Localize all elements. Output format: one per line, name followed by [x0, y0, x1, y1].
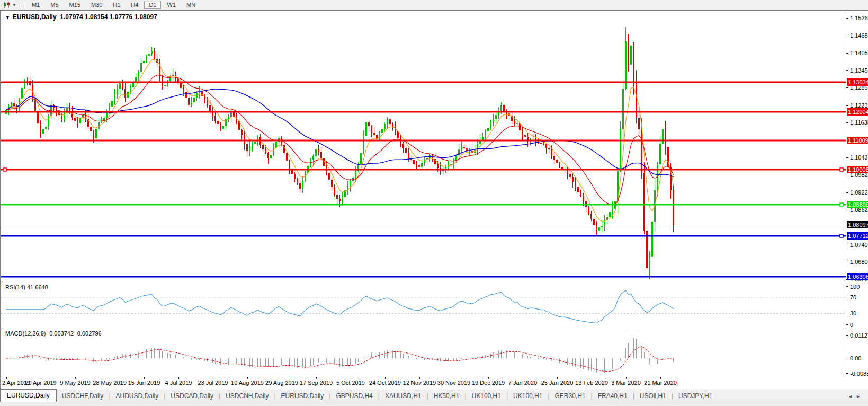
level-price-chip[interactable]: 1.13034: [847, 78, 868, 86]
tab-usdcad-daily[interactable]: USDCAD,Daily: [165, 391, 219, 402]
macd-pane[interactable]: MACD(12,26,9) -0.003742 -0.002796: [1, 329, 846, 376]
tab-scroll-arrows[interactable]: ◄►: [848, 394, 864, 402]
level-handle-icon[interactable]: [3, 168, 6, 171]
price-tick-mark: [846, 105, 848, 106]
date-tick-mark: [557, 377, 558, 379]
tab-usdchf-daily[interactable]: USDCHF,Daily: [57, 391, 109, 402]
rsi-tick-label: 0: [850, 322, 853, 328]
tab-uk100-h1[interactable]: UK100,H1: [467, 391, 506, 402]
date-tick-mark: [144, 377, 145, 379]
level-price-chip[interactable]: 1.08800: [847, 201, 868, 208]
date-label: 17 Sep 2019: [300, 379, 333, 386]
tab-eurusd-daily[interactable]: EURUSD,Daily: [276, 391, 329, 402]
chart-title-ohlc: 1.07974 1.08154 1.07776 1.08097: [60, 13, 157, 21]
candlestick-chart-icon[interactable]: [2, 1, 12, 9]
tab-ger30-h1[interactable]: GER30,H1: [550, 391, 591, 402]
date-label: 25 Jan 2020: [541, 379, 574, 386]
chart-type-dropdown-caret-icon[interactable]: ▼: [12, 3, 16, 7]
date-tick-mark: [178, 377, 179, 379]
tab-scroll-right-icon[interactable]: ►: [856, 394, 864, 399]
tab-hk50-h1[interactable]: HK50,H1: [428, 391, 465, 402]
tab-audusd-daily[interactable]: AUDUSD,Daily: [111, 391, 164, 402]
timeframe-button-w1[interactable]: W1: [162, 1, 181, 9]
date-tick-mark: [419, 377, 420, 379]
date-tick-mark: [351, 377, 351, 379]
chart-title-caret-icon[interactable]: ▼: [5, 15, 10, 20]
date-label: 30 Nov 2019: [437, 379, 470, 386]
tab-usdcnh-daily[interactable]: USDCNH,Daily: [220, 391, 274, 402]
main-chart-pane[interactable]: ▼EURUSD,Daily 1.07974 1.08154 1.07776 1.…: [1, 11, 846, 281]
tab-fra40-h1[interactable]: FRA40,H1: [593, 391, 633, 402]
tab-scroll-left-icon[interactable]: ◄: [848, 394, 856, 399]
price-tick-mark: [846, 175, 848, 175]
tab-uk100-h1[interactable]: UK100,H1: [508, 391, 548, 402]
tab-gbpusd-h4[interactable]: GBPUSD,H4: [330, 391, 378, 402]
level-handle-icon[interactable]: [840, 168, 843, 171]
level-price-chip[interactable]: 1.10008: [847, 166, 868, 173]
date-label: 13 Feb 2020: [575, 379, 608, 386]
price-tick-label: 1.09220: [850, 189, 868, 196]
tab-xauusd-h1[interactable]: XAUUSD,H1: [380, 391, 427, 402]
timeframe-button-m5[interactable]: M5: [46, 1, 63, 9]
date-tick-mark: [282, 377, 282, 379]
level-price-chip[interactable]: 1.07712: [847, 232, 868, 240]
date-label: 4 Jul 2019: [165, 379, 192, 386]
bottom-strip: [0, 402, 868, 406]
macd-values: -0.003742 -0.002796: [47, 330, 101, 337]
chart-title: ▼EURUSD,Daily 1.07974 1.08154 1.07776 1.…: [5, 13, 157, 21]
date-tick-mark: [247, 377, 248, 379]
price-tick-label: 1.06805: [850, 259, 868, 265]
tabs: EURUSD,DailyUSDCHF,Daily|AUDUSD,Daily|US…: [0, 389, 718, 402]
chart-window[interactable]: ▼EURUSD,Daily 1.07974 1.08154 1.07776 1.…: [0, 10, 868, 389]
macd-tick-label: -0.008845: [850, 370, 868, 377]
toolbar-grip: [21, 2, 23, 8]
price-tick-mark: [846, 122, 848, 123]
rsi-label: RSI(14) 41.6640: [5, 284, 48, 290]
date-tick-mark: [6, 377, 7, 379]
macd-label: MACD(12,26,9) -0.003742 -0.002796: [5, 330, 102, 337]
price-tick-label: 1.10435: [850, 154, 868, 161]
price-tick-mark: [846, 262, 848, 262]
timeframe-button-m15[interactable]: M15: [64, 1, 85, 9]
date-axis[interactable]: 2 Apr 201920 Apr 20199 May 201928 May 20…: [1, 377, 868, 389]
chart-title-symbol: EURUSD,Daily: [13, 13, 57, 21]
date-tick-mark: [592, 377, 592, 379]
price-tick-label: 1.14050: [850, 50, 868, 56]
level-price-chip[interactable]: 1.12004: [847, 108, 868, 116]
tab-usdjpy-h1[interactable]: USDJPY,H1: [673, 391, 718, 402]
date-label: 19 Dec 2019: [472, 379, 505, 386]
price-tick-label: 1.07405: [850, 242, 868, 248]
timeframe-button-mn[interactable]: MN: [182, 1, 200, 9]
current-price-chip: 1.08097: [847, 221, 868, 228]
date-label: 12 Nov 2019: [403, 379, 436, 386]
timeframe-button-m30[interactable]: M30: [86, 1, 107, 9]
rsi-tick-label: 100: [850, 284, 860, 290]
level-handle-icon[interactable]: [840, 203, 843, 206]
timeframe-button-d1[interactable]: D1: [144, 1, 161, 9]
date-label: 9 May 2019: [60, 379, 90, 386]
price-tick-mark: [846, 87, 848, 88]
timeframe-button-h4[interactable]: H4: [126, 1, 143, 9]
price-tick-label: 1.11635: [850, 119, 868, 126]
timeframe-button-m1[interactable]: M1: [27, 1, 44, 9]
date-tick-mark: [523, 377, 523, 379]
macd-histogram: [6, 338, 674, 373]
rsi-tick-mark: [846, 286, 848, 287]
date-tick-mark: [385, 377, 386, 379]
level-price-chip[interactable]: 1.06306: [847, 273, 868, 280]
date-label: 5 Oct 2019: [336, 379, 365, 386]
price-tick-mark: [846, 245, 848, 245]
rsi-tick-mark: [846, 313, 848, 313]
rsi-pane[interactable]: RSI(14) 41.6640: [1, 283, 846, 328]
tab-eurusd-daily[interactable]: EURUSD,Daily: [0, 389, 57, 402]
level-handle-icon[interactable]: [840, 234, 843, 237]
timeframe-button-h1[interactable]: H1: [108, 1, 125, 9]
price-tick-mark: [846, 157, 848, 158]
level-price-chip[interactable]: 1.11009: [847, 137, 868, 144]
date-label: 10 Aug 2019: [231, 379, 264, 386]
macd-tick-label: 0.011277: [850, 332, 868, 339]
ma-slow-line: [6, 89, 674, 177]
tab-usoil-h1[interactable]: USOil,H1: [634, 391, 672, 402]
date-label: 28 May 2019: [93, 379, 127, 386]
rsi-tick-mark: [846, 324, 848, 325]
